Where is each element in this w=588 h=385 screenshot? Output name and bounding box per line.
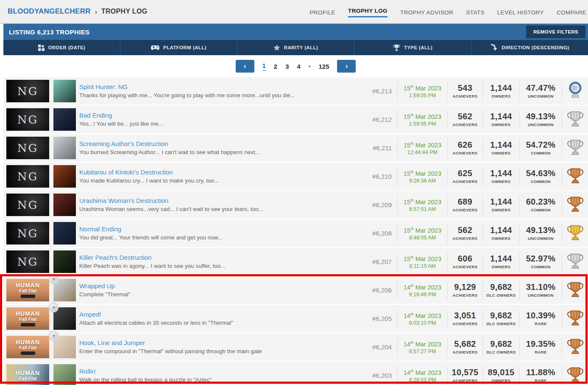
trophy-row[interactable]: HUMANFall Flat + Hook, Line and Jumper E… xyxy=(3,333,588,361)
trophy-grade-cell xyxy=(562,281,588,300)
game-thumbnail[interactable]: NG xyxy=(6,108,49,131)
owners-cell: 1,144 OWNERS xyxy=(482,81,519,101)
achievers-count: 9,129 xyxy=(454,283,476,292)
nav-item-trophy-log[interactable]: TROPHY LOG xyxy=(348,8,387,17)
trophy-rank: #6,207 xyxy=(368,258,397,265)
trophy-text: Wrapped Up Complete "Thermal" xyxy=(79,282,368,298)
earned-date: 15th Mar 2023 xyxy=(404,225,441,234)
filter-direction[interactable]: DIRECTION (DESCENDING) xyxy=(471,40,588,55)
game-logo-subtext: Fall Flat xyxy=(19,345,37,350)
nav-item-level-history[interactable]: LEVEL HISTORY xyxy=(497,9,544,16)
page-number-last[interactable]: 125 xyxy=(318,63,329,70)
trophy-title-link[interactable]: Wrapped Up xyxy=(79,282,364,290)
game-thumbnail[interactable]: HUMANFall Flat xyxy=(6,336,49,358)
nav-item-trophy-advisor[interactable]: TROPHY ADVISOR xyxy=(400,9,453,16)
game-logo-subtext: Fall Flat xyxy=(19,376,37,381)
trophy-thumbnail[interactable]: + xyxy=(53,279,76,301)
rarity-cell: 49.13% UNCOMMON xyxy=(519,110,562,129)
trophy-title-link[interactable]: Screaming Author's Destruction xyxy=(79,140,364,148)
trophy-thumbnail[interactable] xyxy=(53,194,76,216)
game-thumbnail[interactable]: HUMANFall Flat xyxy=(6,364,49,385)
trophy-rank: #6,212 xyxy=(368,116,397,123)
game-thumbnail[interactable]: NG xyxy=(6,80,49,102)
earned-date: 14th Mar 2023 xyxy=(404,339,441,348)
trophy-thumbnail[interactable] xyxy=(53,108,76,131)
page-number-3[interactable]: 3 xyxy=(285,63,289,70)
trophy-title-link[interactable]: Urashima Woman's Destruction xyxy=(79,197,364,205)
trophy-thumbnail[interactable] xyxy=(53,165,76,188)
achievers-label: ACHIEVERS xyxy=(452,321,477,326)
rarity-cell: 49.13% UNCOMMON xyxy=(519,224,562,243)
earned-date-cell: 15th Mar 2023 1:59:05 PM xyxy=(397,110,447,129)
trophy-row[interactable]: NG Screaming Author's Destruction You bu… xyxy=(3,134,588,162)
owners-label: OWNERS xyxy=(491,151,510,155)
game-logo-text: NG xyxy=(17,170,39,183)
trophy-thumbnail[interactable]: + xyxy=(53,307,76,330)
page-number-4[interactable]: 4 xyxy=(297,63,301,70)
filter-type[interactable]: TYPE (ALL) xyxy=(354,40,471,55)
achievers-cell: 9,129 ACHIEVERS xyxy=(447,281,482,300)
trophy-thumbnail[interactable] xyxy=(53,80,76,102)
rarity-label: RARE xyxy=(535,321,547,326)
earned-date: 14th Mar 2023 xyxy=(404,282,441,291)
owners-count: 1,144 xyxy=(490,197,512,206)
breadcrumb-current-page: TROPHY LOG xyxy=(101,8,148,15)
trophy-title-link[interactable]: Killer Peach's Destruction xyxy=(79,253,364,261)
breadcrumb-user-link[interactable]: BLOODYANGELCHERR xyxy=(8,7,91,16)
earned-date: 15th Mar 2023 xyxy=(404,140,441,149)
trophy-row[interactable]: NG Spirit Hunter: NG Thanks for playing … xyxy=(3,77,588,105)
next-page-button[interactable]: › xyxy=(337,60,356,73)
game-thumbnail[interactable]: HUMANFall Flat xyxy=(6,307,49,330)
trophy-title-link[interactable]: Normal Ending xyxy=(79,225,364,233)
rarity-label: UNCOMMON xyxy=(528,94,554,98)
achievers-count: 626 xyxy=(458,141,472,149)
page-number-2[interactable]: 2 xyxy=(274,63,277,70)
game-thumbnail[interactable]: NG xyxy=(6,165,49,188)
trophy-row[interactable]: NG Kubitarou of Kintoki's Destruction Yo… xyxy=(3,163,588,190)
trophy-title-link[interactable]: Spirit Hunter: NG xyxy=(79,83,364,91)
earned-time: 9:03:10 PM xyxy=(409,320,436,326)
trophy-thumbnail[interactable]: + xyxy=(53,336,76,358)
trophy-thumbnail[interactable] xyxy=(53,364,76,385)
trophy-rank: #6,210 xyxy=(368,173,397,180)
filter-platform[interactable]: PLATFORM (ALL) xyxy=(120,40,237,55)
filter-rarity-label: RARITY (ALL) xyxy=(284,45,318,50)
trophy-title-link[interactable]: Amped! xyxy=(79,310,364,318)
game-thumbnail[interactable]: NG xyxy=(6,137,49,159)
trophy-row[interactable]: NG Bad Ending Yes...! You will be... jus… xyxy=(3,106,588,133)
trophy-thumbnail[interactable] xyxy=(53,137,76,159)
trophy-title-link[interactable]: Hook, Line and Jumper xyxy=(79,339,364,347)
trophy-row[interactable]: NG Normal Ending You did great... Your f… xyxy=(3,219,588,247)
trophy-title-link[interactable]: Bad Ending xyxy=(79,111,364,119)
filter-order[interactable]: ORDER (DATE) xyxy=(3,40,120,55)
silver-trophy-icon xyxy=(567,138,584,158)
rarity-percent: 49.13% xyxy=(526,112,556,121)
trophy-thumbnail[interactable] xyxy=(53,250,76,273)
rarity-label: RARE xyxy=(535,378,547,383)
trophy-row[interactable]: HUMANFall Flat + Amped! Attach all elect… xyxy=(3,305,588,332)
trophy-rank: #6,208 xyxy=(368,230,397,237)
trophy-thumbnail[interactable] xyxy=(53,222,76,244)
prev-page-button[interactable]: ‹ xyxy=(236,60,254,73)
remove-filters-button[interactable]: REMOVE FILTERS xyxy=(526,25,585,38)
game-thumbnail[interactable]: HUMANFall Flat xyxy=(6,279,49,301)
dlc-plus-icon: + xyxy=(49,332,58,340)
trophy-row[interactable]: NG Urashima Woman's Destruction Urashima… xyxy=(3,191,588,219)
game-thumbnail[interactable]: NG xyxy=(6,222,49,244)
trophy-grade-cell xyxy=(562,195,588,215)
game-thumbnail[interactable]: NG xyxy=(6,250,49,273)
trophy-title-link[interactable]: Rollin' xyxy=(79,367,364,375)
bronze-trophy-icon xyxy=(567,195,584,215)
page-number-1[interactable]: 1 xyxy=(262,62,266,71)
nav-item-compare[interactable]: COMPARE xyxy=(557,9,586,16)
nav-item-profile[interactable]: PROFILE xyxy=(309,9,335,16)
filter-rarity[interactable]: RARITY (ALL) xyxy=(237,40,354,55)
trophy-row[interactable]: NG Killer Peach's Destruction Killer Pea… xyxy=(3,248,588,275)
trophy-title-link[interactable]: Kubitarou of Kintoki's Destruction xyxy=(79,168,364,176)
nav-item-stats[interactable]: STATS xyxy=(466,9,485,16)
trophy-row[interactable]: HUMANFall Flat + Wrapped Up Complete "Th… xyxy=(3,276,588,304)
game-thumbnail[interactable]: NG xyxy=(6,194,49,216)
trophy-grade-cell xyxy=(562,110,588,129)
trophy-rank: #6,204 xyxy=(368,343,397,351)
trophy-row[interactable]: HUMANFall Flat Rollin' Walk on the rolli… xyxy=(3,362,588,385)
